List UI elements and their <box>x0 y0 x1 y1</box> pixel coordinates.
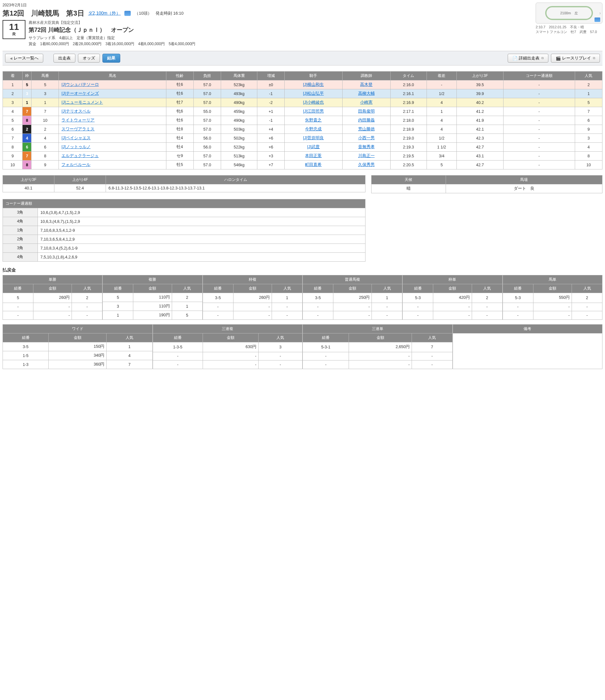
record-line-1: 2:10.7 2012.01.25 不良・晴 <box>536 25 602 30</box>
link[interactable]: 小西一男 <box>358 136 375 140</box>
link[interactable]: 田島俊明 <box>358 109 375 114</box>
link[interactable]: [J]松山弘平 <box>303 91 324 96</box>
link[interactable]: [J]横山和生 <box>303 82 324 87</box>
payout-row: 5-3-12,650円7 <box>303 342 453 352</box>
corner-row: 4角7,5,10,3,(1,8),4,2,6,9 <box>3 253 365 261</box>
link[interactable]: 本田正重 <box>305 153 321 158</box>
odds-tab[interactable]: オッズ <box>78 54 100 62</box>
payout-row: --- <box>3 303 102 311</box>
link[interactable]: [J]ペイシャエス <box>62 136 90 140</box>
link[interactable]: 小崎憲 <box>360 100 372 105</box>
track-value: ダート 良 <box>446 184 602 193</box>
payout-table: 備考 <box>453 324 603 369</box>
result-row: 978エルデュクラージュセ957.0513kg+3本田正重川島正一2:19.53… <box>3 152 602 160</box>
back-button[interactable]: レース一覧へ <box>5 54 43 62</box>
entry-tab[interactable]: 出走表 <box>53 54 75 62</box>
link[interactable]: 内田勝義 <box>358 118 375 122</box>
link[interactable]: [J]菅原明良 <box>303 136 324 140</box>
corner-table: コーナー通過順 3角10,6,(3,8),4,7,(1,5),2,94角10,6… <box>3 199 365 261</box>
payout-row: --- <box>153 352 302 360</box>
race-class: サラブレッド系 4歳以上 定量（重賞競走）指定 <box>29 35 532 41</box>
u4f-value: 52.4 <box>54 184 106 192</box>
payout-row: --- <box>303 352 453 360</box>
detail-entry-button[interactable]: 詳細出走表⧉ <box>508 54 548 62</box>
result-row: 744[J]ペイシャエス牡456.0502kg+6[J]菅原明良小西一男2:19… <box>3 134 602 143</box>
race-number-box: 11 R <box>3 20 25 39</box>
document-icon <box>512 56 517 61</box>
result-row: 155[J]ウシュバテソーロ牡657.0523kg±0[J]横山和生高木登2:1… <box>3 80 602 89</box>
race-subtitle: 農林水産大臣賞典【指定交流】 <box>29 20 532 25</box>
results-table: 着枠馬番馬名性齢負担馬体重増減騎手調教師タイム着差上がり3Fコーナー通過順人気 … <box>3 71 602 170</box>
payout-row: 3-5150円1 <box>3 342 153 351</box>
race-number: 11 <box>9 23 19 31</box>
result-row: 477[J]テリオスベル牝655.0455kg+1[J]江田照男田島俊明2:17… <box>3 107 602 116</box>
payout-table: 単勝組番金額人気5260円2------ <box>3 275 102 320</box>
link[interactable]: スワーヴアラミス <box>62 127 95 131</box>
track-map[interactable]: 2100m 左 › <box>536 3 602 24</box>
corner-row: 1角7,10,6,8,3,5,4,1,2-9 <box>3 226 365 235</box>
result-row: 5810ライトウォーリア牡657.0490kg-1矢野貴之内田勝義2:18.04… <box>3 116 602 125</box>
payout-group-1: 単勝組番金額人気5260円2------複勝組番金額人気5110円23110円1… <box>3 275 602 320</box>
payout-row: 1-3360円7 <box>3 360 153 369</box>
payout-row: --- <box>202 303 302 311</box>
payout-row: 5-3420円2 <box>403 293 502 303</box>
external-icon: ⧉ <box>541 56 543 60</box>
prize-money: 賞金 1着80,000,000円 2着28,000,000円 3着16,000,… <box>29 41 532 47</box>
payout-row: --- <box>3 311 102 320</box>
play-icon <box>556 56 561 61</box>
payout-row: 5110円2 <box>103 293 202 302</box>
replay-button[interactable]: レースリプレイ⧉ <box>551 54 600 62</box>
corner-row: 4角10,6,3,(4,8,7),(1,5),2,9 <box>3 217 365 226</box>
payout-row: 1190円5 <box>103 311 202 320</box>
payout-table: 三連単組番金額人気5-3-12,650円7------ <box>302 324 453 369</box>
link[interactable]: 高木登 <box>360 82 372 87</box>
result-row: 1089フォルベルール牡557.0546kg+7町田直希久保秀男2:20.554… <box>3 160 602 170</box>
link[interactable]: [J]江田照男 <box>303 109 324 114</box>
payout-title: 払戻金 <box>3 267 602 273</box>
track-label: 2100m 左 <box>545 6 593 20</box>
link[interactable]: [J]テーオーケインズ <box>62 91 99 96</box>
payout-table: 馬単組番金額人気5-3550円2------ <box>503 275 602 320</box>
payout-row: --- <box>202 311 302 320</box>
race-header: 2023年2月1日 第12回 川崎競馬 第3日 ダ2,100m（外） （10頭）… <box>3 3 602 47</box>
link[interactable]: [J]小崎綾也 <box>303 100 324 105</box>
course-link[interactable]: ダ2,100m（外） <box>88 10 121 16</box>
link[interactable]: 荒山勝徳 <box>358 127 375 131</box>
halon-times: 6.8-11.3-12.5-13.5-12.6-13.1-13.8-12.3-1… <box>106 184 365 192</box>
link[interactable]: 矢野貴之 <box>305 118 321 122</box>
link[interactable]: フォルベルール <box>62 162 90 167</box>
payout-table: ワイド組番金額人気3-5150円11-5340円41-3360円7 <box>3 324 153 369</box>
link[interactable]: エルデュクラージュ <box>62 153 99 158</box>
link[interactable]: [J]テリオスベル <box>62 109 90 114</box>
corner-row: 3角7,10,8,3,4,(5,2),6,1-9 <box>3 244 365 253</box>
link[interactable]: 川島正一 <box>358 153 375 158</box>
link[interactable]: [J]ノットゥルノ <box>62 145 90 149</box>
payout-table: 普通馬複組番金額人気3-5250円1------ <box>302 275 403 320</box>
chevron-right-icon[interactable]: › <box>599 10 601 16</box>
link[interactable]: [J]ウシュバテソーロ <box>62 82 99 87</box>
payout-table: 三連複組番金額人気1-3-5630円3------ <box>153 324 303 369</box>
weather-value: 晴 <box>371 184 446 193</box>
corner-row: 2角7,10,3,6,5,8,4,1,2,9 <box>3 235 365 244</box>
condition-table: 天候 馬場 晴 ダート 良 <box>371 175 602 193</box>
race-name: 第72回 川崎記念（ＪｐｎⅠ） オープン <box>29 26 532 34</box>
link[interactable]: 高柳大輔 <box>358 91 375 96</box>
link[interactable]: [J]ニューモニュメント <box>62 100 103 105</box>
meeting-title: 第12回 川崎競馬 第3日 <box>3 8 84 18</box>
weather-icon <box>595 18 600 22</box>
payout-row: --- <box>153 360 302 369</box>
payout-row: 3110円1 <box>103 302 202 311</box>
link[interactable]: 今野忠成 <box>305 127 321 131</box>
link[interactable]: 音無秀孝 <box>358 145 375 149</box>
result-tab[interactable]: 結果 <box>102 54 120 62</box>
link[interactable]: ライトウォーリア <box>62 118 95 122</box>
link[interactable]: [J]武豊 <box>307 145 320 149</box>
result-row: 311[J]ニューモニュメント牡757.0490kg-2[J]小崎綾也小崎憲2:… <box>3 98 602 107</box>
payout-row: --- <box>303 360 453 369</box>
nav-bar: レース一覧へ 出走表 オッズ 結果 詳細出走表⧉ レースリプレイ⧉ <box>3 51 602 66</box>
record-line-2: スマートファルコン 牡7 武豊 57.0 <box>536 30 602 34</box>
link[interactable]: 久保秀男 <box>358 162 375 167</box>
head-count: （10頭） <box>135 10 151 16</box>
link[interactable]: 町田直希 <box>305 162 321 167</box>
payout-row: 1-3-5630円3 <box>153 342 302 352</box>
